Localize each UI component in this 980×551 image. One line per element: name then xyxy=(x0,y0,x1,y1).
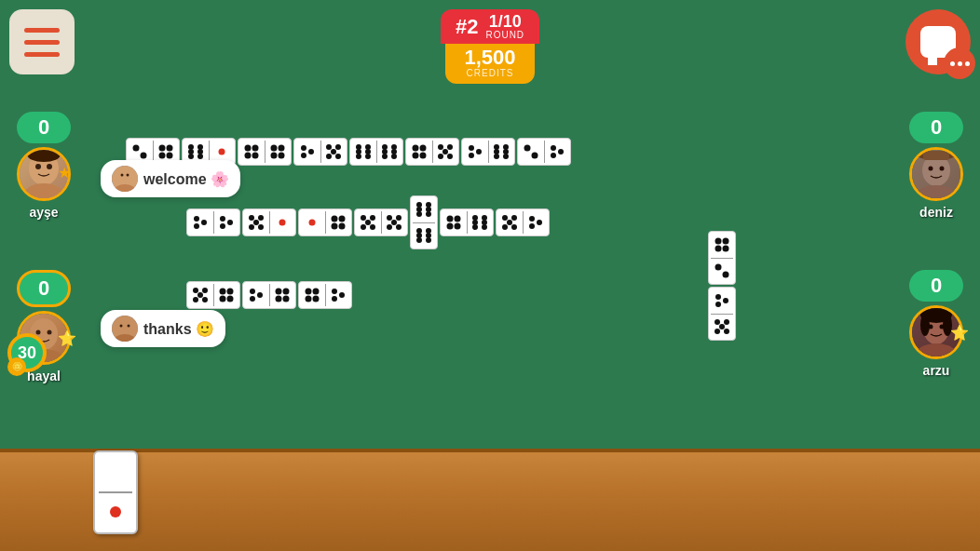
domino-half xyxy=(709,288,735,314)
domino-tile xyxy=(517,138,571,166)
svg-point-48 xyxy=(252,153,258,159)
svg-point-109 xyxy=(332,216,338,222)
svg-point-150 xyxy=(529,216,535,222)
arzu-name: arzu xyxy=(923,363,950,378)
arzu-score-pill: 0 xyxy=(909,270,963,302)
svg-point-143 xyxy=(472,220,478,225)
svg-point-79 xyxy=(442,149,448,155)
ayse-chat-text: welcome 🌸 xyxy=(143,170,229,188)
svg-point-90 xyxy=(503,149,509,155)
svg-point-176 xyxy=(250,289,255,294)
score-panel: #2 1/10 ROUND 1,500 CREDITS xyxy=(441,9,539,84)
svg-point-36 xyxy=(159,153,166,159)
domino-half xyxy=(187,209,213,235)
credits-amount: 1,500 xyxy=(464,47,515,68)
menu-button[interactable] xyxy=(9,9,75,74)
svg-point-80 xyxy=(438,154,443,159)
domino-half xyxy=(382,209,408,235)
svg-point-136 xyxy=(454,216,460,222)
svg-point-16 xyxy=(120,325,123,328)
chat-dots-button[interactable] xyxy=(944,47,975,79)
domino-tile-v xyxy=(410,195,438,249)
svg-point-45 xyxy=(244,145,251,152)
svg-point-162 xyxy=(715,319,720,325)
svg-point-147 xyxy=(507,220,512,225)
domino-tile xyxy=(349,138,403,166)
domino-tile xyxy=(354,208,408,236)
domino-tile xyxy=(186,281,240,309)
deniz-score-pill: 0 xyxy=(909,112,963,143)
svg-point-112 xyxy=(339,223,346,230)
player-arzu: 0 ⭐ xyxy=(909,270,963,378)
svg-point-189 xyxy=(332,296,337,302)
svg-rect-24 xyxy=(923,151,949,160)
svg-point-169 xyxy=(197,292,203,298)
svg-point-60 xyxy=(335,154,341,159)
ayse-name: ayşe xyxy=(29,205,58,220)
svg-point-120 xyxy=(391,220,397,225)
svg-point-7 xyxy=(121,174,124,177)
svg-point-110 xyxy=(339,216,346,222)
svg-point-57 xyxy=(335,144,341,150)
svg-point-20 xyxy=(916,185,957,198)
domino-tile xyxy=(238,138,292,166)
svg-point-154 xyxy=(723,237,729,244)
svg-point-179 xyxy=(276,289,282,295)
svg-point-100 xyxy=(227,220,233,225)
svg-point-133 xyxy=(416,233,422,238)
hayal-coins-badge: 🪙 xyxy=(7,357,26,376)
svg-point-99 xyxy=(220,216,225,222)
svg-point-97 xyxy=(201,220,207,225)
domino-tile xyxy=(242,281,296,309)
svg-point-172 xyxy=(220,289,226,295)
svg-point-37 xyxy=(167,153,173,159)
svg-point-1 xyxy=(23,183,64,198)
svg-point-49 xyxy=(271,145,278,152)
svg-point-151 xyxy=(537,220,542,225)
domino-half xyxy=(214,282,240,308)
domino-tile-v xyxy=(708,231,736,285)
svg-point-187 xyxy=(332,289,337,294)
domino-tile xyxy=(461,138,515,166)
svg-point-35 xyxy=(167,145,173,152)
svg-point-47 xyxy=(244,153,251,159)
ayse-mini-face xyxy=(112,166,138,192)
svg-point-44 xyxy=(219,149,225,155)
domino-half xyxy=(377,139,403,165)
domino-tile xyxy=(242,208,296,236)
svg-point-134 xyxy=(426,233,431,238)
svg-point-34 xyxy=(159,145,166,152)
svg-point-135 xyxy=(446,216,453,222)
hand-domino-top xyxy=(98,457,133,489)
svg-point-72 xyxy=(391,149,397,155)
svg-point-3 xyxy=(47,164,52,169)
svg-point-83 xyxy=(476,149,482,155)
svg-point-53 xyxy=(301,145,306,151)
svg-point-42 xyxy=(188,149,194,155)
svg-point-52 xyxy=(279,153,285,159)
domino-tile-v xyxy=(708,287,736,341)
svg-point-174 xyxy=(220,296,226,302)
domino-half xyxy=(411,196,437,222)
svg-point-103 xyxy=(258,215,264,221)
hand-domino[interactable] xyxy=(93,450,138,534)
domino-row-bot xyxy=(186,281,352,309)
svg-point-170 xyxy=(193,297,198,302)
ayse-star: ★ xyxy=(58,164,75,181)
svg-point-55 xyxy=(301,153,306,158)
domino-tile xyxy=(440,208,494,236)
rank-number: #2 xyxy=(456,15,478,39)
svg-point-160 xyxy=(723,298,728,303)
menu-bar-1 xyxy=(24,28,60,33)
svg-point-78 xyxy=(447,144,453,150)
svg-point-121 xyxy=(387,224,392,230)
svg-point-175 xyxy=(227,296,234,302)
dot-3 xyxy=(965,61,970,66)
domino-tile xyxy=(293,138,347,166)
svg-point-22 xyxy=(940,167,945,171)
domino-half xyxy=(441,209,467,235)
domino-half xyxy=(709,259,735,285)
domino-half xyxy=(524,209,550,235)
deniz-score: 0 xyxy=(931,115,942,139)
svg-point-182 xyxy=(283,296,290,302)
